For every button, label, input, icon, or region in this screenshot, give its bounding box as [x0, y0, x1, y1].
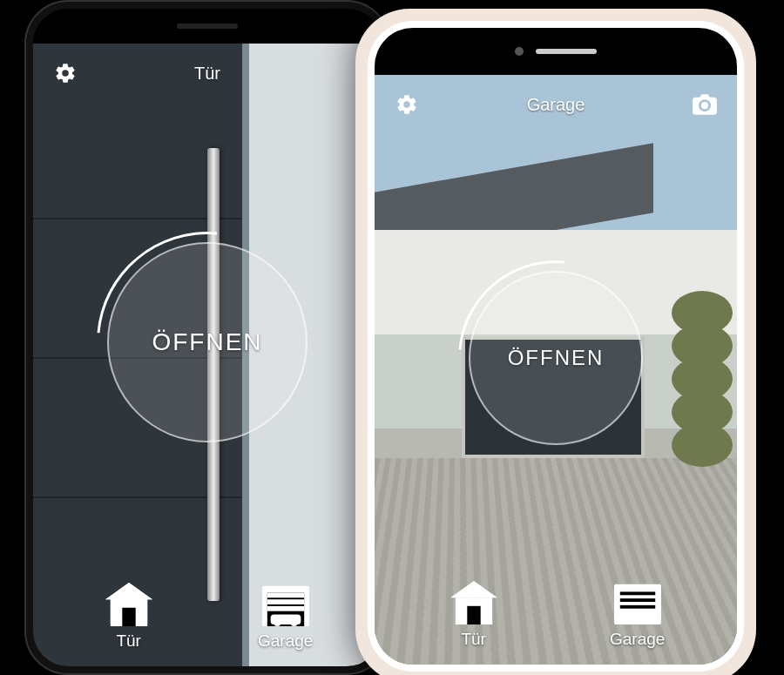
svg-rect-4	[267, 592, 303, 597]
header-title: Tür	[194, 64, 220, 84]
scene-tree	[659, 301, 737, 528]
svg-rect-20	[619, 605, 654, 609]
android-app-screen: Tür ÖFFNEN	[33, 44, 382, 666]
iphone-app-screen: Garage ÖFFNEN Tür	[375, 75, 737, 665]
svg-rect-5	[267, 599, 303, 604]
android-hardware-bar	[33, 9, 382, 44]
iphone-screen-wrap: Garage ÖFFNEN Tür	[375, 28, 737, 665]
camera-button[interactable]	[692, 91, 718, 118]
iphone-frame: Garage ÖFFNEN Tür	[355, 9, 756, 675]
app-header: Garage	[375, 84, 737, 125]
app-header: Tür	[33, 52, 382, 94]
bottom-nav: Tür Garage	[33, 581, 382, 651]
settings-button[interactable]	[52, 60, 78, 86]
garage-icon	[259, 581, 313, 626]
open-button-wrap: ÖFFNEN	[469, 271, 643, 445]
nav-item-garage[interactable]: Garage	[258, 581, 313, 651]
camera-icon	[693, 94, 717, 115]
android-screen-wrap: Tür ÖFFNEN	[33, 9, 382, 666]
nav-item-door[interactable]: Tür	[102, 581, 156, 651]
gear-icon	[395, 93, 418, 116]
header-title: Garage	[527, 95, 585, 115]
speaker-slot	[177, 24, 238, 29]
svg-point-9	[290, 619, 297, 626]
svg-point-16	[625, 618, 632, 624]
svg-rect-18	[619, 591, 654, 595]
house-icon	[447, 579, 501, 624]
nav-label-garage: Garage	[610, 630, 665, 649]
bottom-nav: Tür Garage	[375, 579, 737, 649]
svg-rect-6	[267, 606, 303, 611]
nav-label-door: Tür	[461, 630, 486, 649]
iphone-hardware-bar	[375, 28, 737, 75]
speaker-slot	[536, 49, 597, 54]
settings-button[interactable]	[394, 91, 420, 118]
svg-point-8	[274, 619, 280, 626]
nav-item-door[interactable]: Tür	[447, 579, 501, 649]
nav-label-door: Tür	[116, 631, 141, 651]
house-icon	[102, 581, 156, 626]
front-camera	[515, 47, 524, 56]
android-phone-frame: Tür ÖFFNEN	[24, 0, 390, 675]
open-button-wrap: ÖFFNEN	[107, 242, 308, 442]
nav-item-garage[interactable]: Garage	[610, 579, 665, 649]
svg-point-17	[642, 618, 649, 624]
garage-icon	[611, 579, 665, 624]
iphone-inner-ring: Garage ÖFFNEN Tür	[368, 21, 744, 672]
gear-icon	[54, 62, 77, 84]
svg-rect-19	[619, 598, 654, 602]
nav-label-garage: Garage	[258, 631, 313, 651]
